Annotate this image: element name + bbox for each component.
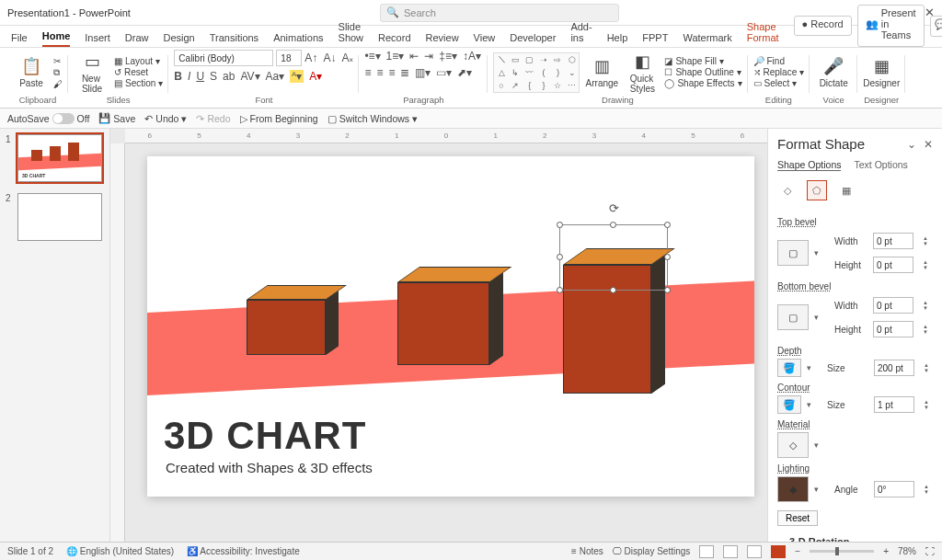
tab-text-options[interactable]: Text Options — [854, 159, 907, 171]
numbering-button[interactable]: 1≡▾ — [386, 50, 405, 63]
save-button[interactable]: 💾 Save — [98, 112, 135, 124]
depth-size-input[interactable]: 200 pt — [874, 360, 914, 376]
font-size-select[interactable]: 18 — [276, 50, 302, 66]
zoom-level[interactable]: 78% — [898, 546, 916, 556]
contour-color-picker[interactable]: 🪣 — [777, 395, 801, 414]
paste-button[interactable]: 📋Paste — [13, 56, 50, 88]
undo-button[interactable]: ↶ Undo ▾ — [144, 113, 187, 124]
quick-styles-button[interactable]: ◧Quick Styles — [624, 51, 661, 94]
accessibility-status[interactable]: ♿ Accessibility: Investigate — [187, 546, 300, 556]
strike-button[interactable]: S — [210, 70, 217, 83]
tab-home[interactable]: Home — [42, 30, 71, 47]
grow-font-button[interactable]: A↑ — [304, 51, 317, 64]
font-color-button[interactable]: A▾ — [309, 70, 322, 83]
tab-shape-format[interactable]: Shape Format — [747, 21, 779, 47]
bottom-bevel-width-input[interactable]: 0 pt — [873, 297, 913, 314]
tab-developer[interactable]: Developer — [510, 32, 556, 47]
italic-button[interactable]: I — [188, 70, 190, 83]
shape-fill-button[interactable]: ◪ Shape Fill ▾ — [664, 56, 741, 66]
normal-view-button[interactable] — [699, 545, 714, 558]
align-right-button[interactable]: ≡ — [388, 66, 395, 79]
shape-outline-button[interactable]: ☐ Shape Outline ▾ — [664, 67, 741, 77]
underline-button[interactable]: U — [196, 70, 204, 83]
record-button[interactable]: ●Record — [794, 16, 852, 36]
zoom-slider[interactable] — [810, 550, 874, 553]
line-spacing-button[interactable]: ‡≡▾ — [439, 50, 457, 63]
top-bevel-height-input[interactable]: 0 pt — [873, 257, 913, 273]
columns-button[interactable]: ▥▾ — [415, 66, 431, 79]
justify-button[interactable]: ≣ — [400, 66, 409, 79]
slideshow-view-button[interactable] — [771, 545, 786, 558]
spinner[interactable]: ▲▼ — [924, 362, 933, 373]
notes-button[interactable]: ≡ Notes — [571, 546, 603, 556]
slide-subtitle[interactable]: Created with Shapes & 3D effects — [166, 460, 373, 475]
tab-slideshow[interactable]: Slide Show — [339, 21, 364, 47]
zoom-out-button[interactable]: − — [795, 546, 800, 556]
tab-insert[interactable]: Insert — [85, 32, 110, 47]
tab-animations[interactable]: Animations — [273, 32, 323, 47]
slide-canvas[interactable]: 6543210123456 ⟳ — [110, 129, 767, 542]
lighting-angle-input[interactable]: 0° — [874, 481, 914, 497]
top-bevel-picker[interactable]: ▢ — [777, 240, 809, 266]
align-center-button[interactable]: ≡ — [376, 66, 383, 79]
spinner[interactable]: ▲▼ — [923, 235, 932, 246]
pane-close-icon[interactable]: ✕ — [924, 138, 933, 151]
layout-button[interactable]: ▦ Layout ▾ — [114, 56, 163, 66]
display-settings-button[interactable]: 🖵 Display Settings — [613, 546, 690, 556]
replace-button[interactable]: ⤭ Replace ▾ — [753, 67, 805, 77]
from-beginning-button[interactable]: ▷ From Beginning — [240, 113, 318, 124]
section-3d-rotation[interactable]: ⌄3-D Rotation — [777, 535, 933, 542]
fit-window-button[interactable]: ⛶ — [925, 546, 935, 556]
tab-view[interactable]: View — [474, 32, 496, 47]
tab-record[interactable]: Record — [378, 32, 410, 47]
redo-button[interactable]: ↷ Redo — [196, 113, 230, 124]
align-text-button[interactable]: ▭▾ — [436, 66, 452, 79]
new-slide-button[interactable]: ▭New Slide — [74, 51, 110, 94]
clear-format-button[interactable]: Aₓ — [341, 51, 353, 64]
tab-shape-options[interactable]: Shape Options — [777, 159, 841, 171]
spinner[interactable]: ▲▼ — [923, 259, 932, 270]
dictate-button[interactable]: 🎤Dictate — [815, 56, 852, 88]
select-button[interactable]: ▭ Select ▾ — [753, 78, 805, 88]
present-teams-button[interactable]: 👥Present in Teams — [857, 5, 925, 47]
size-props-tab[interactable]: ▦ — [836, 180, 856, 200]
sorter-view-button[interactable] — [723, 545, 738, 558]
smartart-button[interactable]: ⬈▾ — [457, 66, 472, 79]
contour-size-input[interactable]: 1 pt — [874, 396, 914, 413]
font-name-select[interactable]: Calibri (Body) — [174, 50, 273, 66]
cut-button[interactable]: ✂ — [53, 56, 63, 66]
thumbnail-2[interactable] — [17, 193, 102, 241]
switch-windows-button[interactable]: ▢ Switch Windows ▾ — [327, 113, 418, 124]
bottom-bevel-picker[interactable]: ▢ — [777, 304, 809, 330]
tab-transitions[interactable]: Transitions — [210, 32, 258, 47]
thumbnail-1[interactable]: 3D CHART — [17, 134, 102, 182]
slide-title[interactable]: 3D CHART — [164, 414, 366, 458]
highlight-button[interactable]: ᴬ▾ — [290, 70, 304, 83]
bullets-button[interactable]: •≡▾ — [364, 50, 380, 63]
indent-dec-button[interactable]: ⇤ — [409, 50, 419, 63]
reading-view-button[interactable] — [747, 545, 762, 558]
reset-button[interactable]: ↺ Reset — [114, 67, 163, 77]
shapes-gallery[interactable]: ＼▭▢➝⇨⬡ △↳〰()⌄ ○↗{}☆⋯ — [493, 52, 580, 93]
tab-review[interactable]: Review — [426, 32, 459, 47]
arrange-button[interactable]: ▥Arrange — [583, 56, 620, 88]
tab-fppt[interactable]: FPPT — [642, 32, 668, 47]
shape-effects-button[interactable]: ◯ Shape Effects ▾ — [664, 78, 741, 88]
top-bevel-width-input[interactable]: 0 pt — [873, 233, 913, 249]
designer-button[interactable]: ▦Designer — [863, 56, 900, 88]
zoom-in-button[interactable]: + — [883, 546, 889, 556]
depth-color-picker[interactable]: 🪣 — [777, 359, 801, 377]
comments-button[interactable]: 💬 — [930, 16, 942, 37]
text-direction-button[interactable]: ↕A▾ — [463, 50, 481, 63]
find-button[interactable]: 🔎 Find — [753, 56, 805, 66]
pane-dropdown-icon[interactable]: ⌄ — [907, 138, 916, 151]
tab-design[interactable]: Design — [163, 32, 194, 47]
format-painter-button[interactable]: 🖌 — [53, 79, 63, 89]
selection-frame[interactable]: ⟳ — [559, 224, 668, 291]
spinner[interactable]: ▲▼ — [923, 300, 932, 311]
shadow-button[interactable]: ab — [223, 70, 235, 83]
section-button[interactable]: ▤ Section ▾ — [114, 78, 163, 88]
effects-tab[interactable]: ⬠ — [807, 180, 827, 200]
bold-button[interactable]: B — [174, 70, 182, 83]
align-left-button[interactable]: ≡ — [364, 66, 371, 79]
